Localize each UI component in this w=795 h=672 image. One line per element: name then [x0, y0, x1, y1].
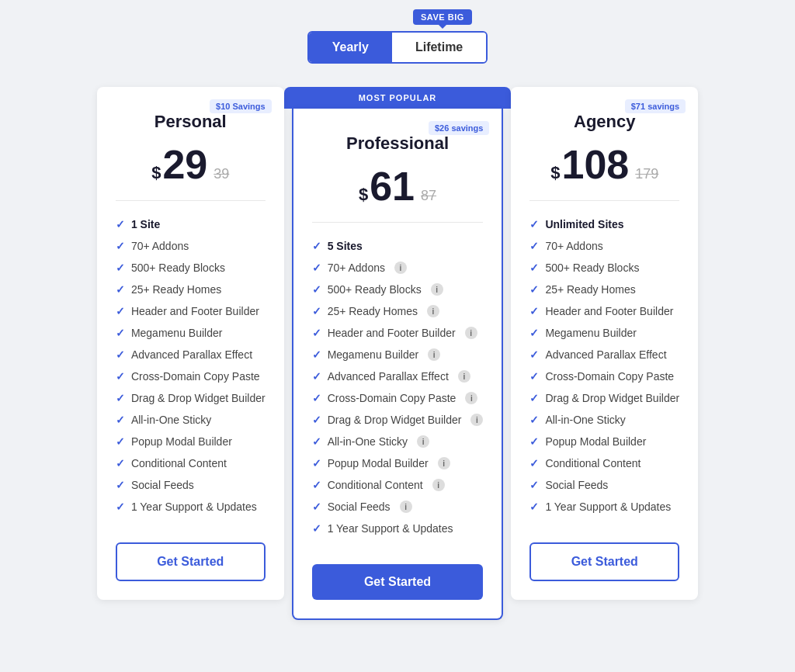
- feature-item: ✓Social Feeds: [529, 474, 679, 496]
- info-icon[interactable]: i: [465, 392, 477, 404]
- feature-text: Popup Modal Builder: [131, 435, 232, 448]
- feature-item: ✓Header and Footer Builder: [116, 300, 266, 322]
- feature-text: Cross-Domain Copy Paste: [328, 392, 457, 404]
- info-icon[interactable]: i: [470, 414, 483, 426]
- price-old-agency: 179: [635, 166, 658, 182]
- feature-item: ✓70+ Addonsi: [312, 257, 484, 279]
- feature-item: ✓Cross-Domain Copy Pastei: [312, 387, 484, 409]
- info-icon[interactable]: i: [458, 370, 470, 383]
- check-icon: ✓: [312, 501, 321, 513]
- price-row-agency: $108179: [529, 144, 679, 185]
- features-list-professional: ✓5 Sites✓70+ Addonsi✓500+ Ready Blocksi✓…: [312, 235, 484, 539]
- billing-toggle-section: SAVE BIG Yearly Lifetime: [12, 31, 783, 64]
- feature-item: ✓Drag & Drop Widget Builder: [529, 387, 679, 409]
- save-big-badge: SAVE BIG: [413, 9, 472, 25]
- check-icon: ✓: [312, 370, 321, 383]
- feature-item: ✓1 Year Support & Updates: [116, 496, 266, 518]
- get-started-btn-professional[interactable]: Get Started: [312, 564, 484, 600]
- feature-text: 70+ Addons: [545, 240, 602, 252]
- plan-wrapper-agency: $71 savingsAgency$108179✓Unlimited Sites…: [511, 87, 698, 600]
- check-icon: ✓: [312, 262, 321, 274]
- feature-text: 500+ Ready Blocks: [328, 283, 422, 296]
- feature-item: ✓Advanced Parallax Effecti: [312, 365, 484, 387]
- feature-item: ✓Cross-Domain Copy Paste: [529, 365, 679, 387]
- check-icon: ✓: [529, 218, 539, 230]
- price-main-personal: 29: [162, 144, 207, 185]
- get-started-btn-agency[interactable]: Get Started: [529, 542, 679, 581]
- check-icon: ✓: [116, 262, 125, 274]
- check-icon: ✓: [312, 305, 321, 317]
- info-icon[interactable]: i: [428, 348, 440, 361]
- plan-card-personal: $10 SavingsPersonal$2939✓1 Site✓70+ Addo…: [97, 87, 284, 600]
- info-icon[interactable]: i: [394, 262, 407, 274]
- feature-item: ✓Conditional Content: [529, 452, 679, 474]
- check-icon: ✓: [529, 283, 539, 296]
- feature-item: ✓Popup Modal Builder: [116, 431, 266, 452]
- feature-text: 70+ Addons: [328, 262, 385, 274]
- info-icon[interactable]: i: [400, 501, 412, 513]
- feature-text: Social Feeds: [131, 479, 194, 491]
- check-icon: ✓: [529, 457, 539, 469]
- feature-text: Header and Footer Builder: [131, 305, 259, 317]
- feature-item: ✓25+ Ready Homes: [116, 279, 266, 300]
- price-main-agency: 108: [561, 144, 629, 185]
- feature-item: ✓Advanced Parallax Effect: [529, 344, 679, 365]
- check-icon: ✓: [529, 305, 539, 317]
- info-icon[interactable]: i: [432, 479, 445, 491]
- feature-text: 5 Sites: [328, 240, 363, 252]
- feature-text: Popup Modal Builder: [545, 435, 646, 448]
- feature-item: ✓Header and Footer Builder: [529, 300, 679, 322]
- check-icon: ✓: [116, 501, 125, 513]
- feature-text: 500+ Ready Blocks: [545, 262, 639, 274]
- plan-name-agency: Agency: [529, 112, 679, 132]
- plan-wrapper-personal: $10 SavingsPersonal$2939✓1 Site✓70+ Addo…: [97, 87, 284, 600]
- feature-text: Drag & Drop Widget Builder: [131, 392, 266, 404]
- feature-item: ✓Megamenu Builder: [529, 322, 679, 344]
- savings-badge-professional: $26 savings: [429, 121, 489, 135]
- feature-item: ✓Popup Modal Builder: [529, 431, 679, 452]
- check-icon: ✓: [312, 348, 321, 361]
- feature-text: Conditional Content: [545, 457, 641, 469]
- feature-text: Cross-Domain Copy Paste: [545, 370, 674, 383]
- feature-text: Megamenu Builder: [545, 327, 637, 339]
- price-row-professional: $6187: [312, 166, 484, 206]
- info-icon[interactable]: i: [427, 305, 439, 317]
- feature-text: Conditional Content: [328, 479, 423, 491]
- check-icon: ✓: [529, 262, 539, 274]
- check-icon: ✓: [116, 392, 125, 404]
- info-icon[interactable]: i: [438, 457, 450, 469]
- features-list-agency: ✓Unlimited Sites✓70+ Addons✓500+ Ready B…: [529, 213, 679, 518]
- check-icon: ✓: [312, 240, 321, 252]
- feature-item: ✓All-in-One Stickyi: [312, 431, 484, 452]
- feature-text: 25+ Ready Homes: [131, 283, 221, 296]
- feature-text: Social Feeds: [328, 501, 391, 513]
- check-icon: ✓: [529, 327, 539, 339]
- feature-text: Megamenu Builder: [328, 348, 419, 361]
- price-old-personal: 39: [214, 166, 229, 182]
- feature-text: Advanced Parallax Effect: [328, 370, 449, 383]
- check-icon: ✓: [116, 457, 125, 469]
- feature-item: ✓Megamenu Builder: [116, 322, 266, 344]
- yearly-toggle-btn[interactable]: Yearly: [309, 33, 392, 62]
- feature-text: Unlimited Sites: [545, 218, 623, 230]
- info-icon[interactable]: i: [465, 327, 477, 339]
- check-icon: ✓: [116, 414, 125, 426]
- feature-item: ✓70+ Addons: [116, 235, 266, 257]
- feature-text: 25+ Ready Homes: [328, 305, 418, 317]
- feature-item: ✓5 Sites: [312, 235, 484, 257]
- feature-item: ✓Popup Modal Builderi: [312, 452, 484, 474]
- info-icon[interactable]: i: [431, 283, 443, 296]
- feature-text: Popup Modal Builder: [328, 457, 429, 469]
- check-icon: ✓: [116, 348, 125, 361]
- feature-item: ✓Unlimited Sites: [529, 213, 679, 235]
- feature-item: ✓500+ Ready Blocks: [529, 257, 679, 279]
- plan-name-personal: Personal: [116, 112, 266, 132]
- feature-item: ✓500+ Ready Blocksi: [312, 279, 484, 300]
- divider-agency: [529, 200, 679, 201]
- lifetime-toggle-btn[interactable]: Lifetime: [392, 33, 486, 62]
- check-icon: ✓: [116, 327, 125, 339]
- feature-item: ✓Drag & Drop Widget Builderi: [312, 409, 484, 431]
- info-icon[interactable]: i: [417, 435, 429, 448]
- get-started-btn-personal[interactable]: Get Started: [116, 542, 266, 581]
- savings-badge-personal: $10 Savings: [210, 99, 272, 113]
